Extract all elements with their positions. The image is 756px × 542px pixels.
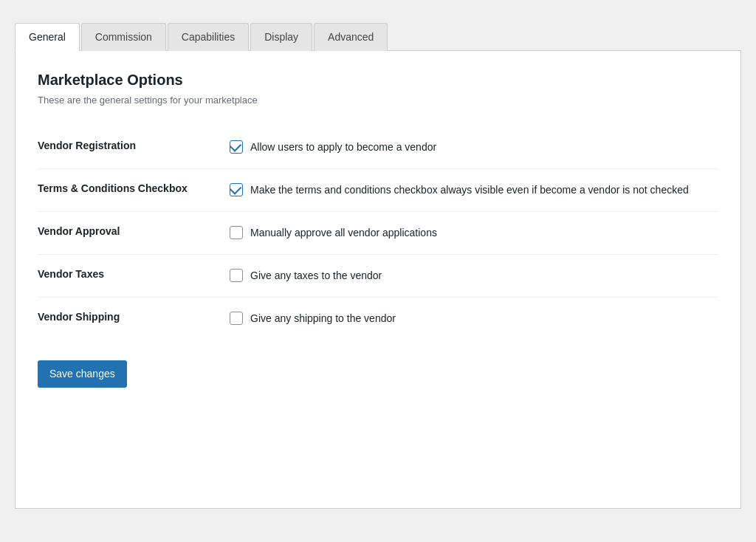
- table-row: Vendor Registration Allow users to apply…: [38, 126, 718, 169]
- checkbox-label-vendor-approval: Manually approve all vendor applications: [250, 225, 437, 241]
- table-row: Vendor Approval Manually approve all ven…: [38, 212, 718, 255]
- table-row: Vendor Shipping Give any shipping to the…: [38, 298, 718, 340]
- checkbox-row-terms-conditions: Make the terms and conditions checkbox a…: [230, 182, 718, 198]
- setting-label-vendor-shipping: Vendor Shipping: [38, 298, 230, 340]
- checkbox-label-terms-conditions: Make the terms and conditions checkbox a…: [250, 182, 689, 198]
- checkbox-row-vendor-taxes: Give any taxes to the vendor: [230, 268, 718, 284]
- setting-label-terms-conditions: Terms & Conditions Checkbox: [38, 169, 230, 212]
- checkbox-row-vendor-registration: Allow users to apply to become a vendor: [230, 140, 718, 155]
- setting-control-vendor-registration: Allow users to apply to become a vendor: [230, 126, 718, 169]
- checkbox-vendor-approval[interactable]: [230, 226, 243, 239]
- setting-label-vendor-approval: Vendor Approval: [38, 212, 230, 255]
- checkbox-vendor-registration[interactable]: [230, 140, 243, 154]
- save-changes-button[interactable]: Save changes: [38, 360, 127, 388]
- checkbox-row-vendor-approval: Manually approve all vendor applications: [230, 225, 718, 241]
- section-description: These are the general settings for your …: [38, 95, 718, 106]
- tab-advanced[interactable]: Advanced: [314, 23, 388, 51]
- checkbox-label-vendor-shipping: Give any shipping to the vendor: [250, 311, 396, 326]
- setting-label-vendor-taxes: Vendor Taxes: [38, 255, 230, 298]
- checkbox-label-vendor-registration: Allow users to apply to become a vendor: [250, 140, 436, 155]
- content-area: Marketplace Options These are the genera…: [15, 51, 741, 509]
- setting-label-vendor-registration: Vendor Registration: [38, 126, 230, 169]
- setting-control-terms-conditions: Make the terms and conditions checkbox a…: [230, 169, 718, 212]
- save-button-wrap: Save changes: [38, 360, 718, 388]
- checkbox-label-vendor-taxes: Give any taxes to the vendor: [250, 268, 382, 284]
- checkbox-vendor-taxes[interactable]: [230, 269, 243, 282]
- setting-control-vendor-taxes: Give any taxes to the vendor: [230, 255, 718, 298]
- table-row: Terms & Conditions Checkbox Make the ter…: [38, 169, 718, 212]
- tabs-bar: General Commission Capabilities Display …: [15, 22, 741, 51]
- tab-capabilities[interactable]: Capabilities: [168, 23, 249, 51]
- section-title: Marketplace Options: [38, 72, 718, 89]
- checkbox-terms-conditions[interactable]: [230, 183, 243, 196]
- checkbox-row-vendor-shipping: Give any shipping to the vendor: [230, 311, 718, 326]
- settings-table: Vendor Registration Allow users to apply…: [38, 126, 718, 340]
- page-container: General Commission Capabilities Display …: [15, 15, 741, 516]
- tab-commission[interactable]: Commission: [81, 23, 166, 51]
- checkbox-vendor-shipping[interactable]: [230, 312, 243, 325]
- setting-control-vendor-shipping: Give any shipping to the vendor: [230, 298, 718, 340]
- setting-control-vendor-approval: Manually approve all vendor applications: [230, 212, 718, 255]
- table-row: Vendor Taxes Give any taxes to the vendo…: [38, 255, 718, 298]
- tab-display[interactable]: Display: [250, 23, 312, 51]
- tab-general[interactable]: General: [15, 23, 80, 51]
